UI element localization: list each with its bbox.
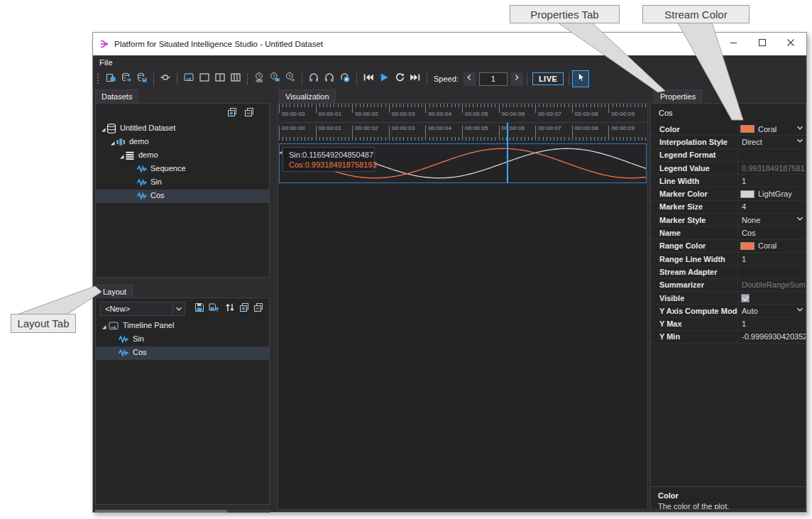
toolbar-grip[interactable]	[97, 73, 99, 84]
toolbar-button-video-camera[interactable]	[158, 71, 173, 87]
tree-item-demo[interactable]: demo	[96, 149, 269, 163]
toolbar-button-play-pause[interactable]	[376, 71, 392, 87]
tree-item-sin[interactable]: Sin	[96, 176, 269, 190]
speed-increase-button[interactable]	[511, 72, 523, 86]
speed-input[interactable]: 1	[479, 72, 508, 86]
speed-decrease-button[interactable]	[463, 72, 476, 86]
timeline-ruler-top[interactable]: 00:00:0000:00:0100:00:0200:00:0300:00:04…	[279, 104, 647, 123]
property-label: Range Color	[651, 240, 737, 252]
toolbar-button-repeat[interactable]	[392, 71, 407, 87]
horizontal-scrollbar[interactable]	[94, 510, 270, 513]
property-value-text: 1	[742, 177, 746, 185]
property-value-stream-adapter[interactable]	[737, 266, 806, 278]
tree-item-demo[interactable]: demo	[96, 136, 269, 149]
expand-all-button[interactable]	[237, 302, 251, 315]
properties-header: Cos	[659, 109, 673, 117]
tab-visualization[interactable]: Visualization	[279, 89, 336, 103]
tab-datasets[interactable]: Datasets	[95, 89, 138, 103]
dropdown-button[interactable]	[794, 124, 805, 134]
ruler-major-tick	[608, 126, 609, 141]
live-button[interactable]: LIVE	[532, 72, 564, 85]
chevron-down-icon[interactable]	[172, 302, 185, 315]
tree-item-untitled-dataset[interactable]: Untitled Dataset	[96, 122, 269, 136]
property-row-marker-style: Marker StyleNone	[651, 214, 806, 226]
ruler-label: 00:00:02	[355, 125, 378, 131]
property-value-range-color[interactable]: Coral	[737, 240, 806, 252]
tree-item-cos[interactable]: Cos	[96, 346, 269, 360]
dropdown-button[interactable]	[794, 214, 805, 225]
toolbar-button-selection-time[interactable]	[282, 71, 298, 87]
toolbar-button-insert-2d-panel[interactable]	[197, 71, 212, 87]
tab-properties[interactable]: Properties	[654, 89, 702, 103]
tree-item-timeline-panel[interactable]: Timeline Panel	[96, 319, 269, 333]
description-splitter[interactable]	[651, 486, 806, 487]
toolbar-button-insert-timeline-panel[interactable]	[181, 71, 197, 87]
ruler-label: 00:00:09	[611, 111, 635, 117]
menu-file[interactable]: File	[93, 58, 119, 67]
toolbar-button-clear-selection[interactable]	[337, 71, 353, 87]
dropdown-button[interactable]	[794, 136, 805, 147]
toolbar-button-session-time[interactable]	[267, 71, 282, 87]
property-value-summarizer[interactable]: DoubleRangeSum...	[737, 279, 806, 291]
color-swatch	[740, 125, 755, 133]
toolbar-button-insert-2col-panel[interactable]	[212, 71, 228, 87]
insert-2d-panel-icon	[199, 72, 210, 86]
maximize-button[interactable]	[748, 33, 777, 55]
toolbar-button-open-store[interactable]	[119, 71, 134, 87]
property-value-line-width[interactable]: 1	[737, 175, 806, 187]
property-value-legend-value[interactable]: 0.9931849187581...	[737, 162, 806, 174]
toolbar-button-move-to-end[interactable]	[407, 71, 423, 87]
property-value-color[interactable]: Coral	[737, 123, 806, 135]
scrollbar-thumb[interactable]	[95, 510, 227, 513]
property-value-y-min[interactable]: -0.99969304203520	[737, 331, 806, 343]
timeline-cursor[interactable]	[507, 123, 508, 183]
toolbar-button-selection-start[interactable]	[306, 71, 322, 87]
reorder-panels-button[interactable]	[223, 302, 237, 315]
ruler-major-tick	[535, 126, 536, 141]
property-value-marker-size[interactable]: 4	[737, 201, 806, 213]
svg-text:ABS: ABS	[256, 80, 263, 83]
toolbar-button-insert-3col-panel[interactable]	[228, 71, 243, 87]
timeline-ruler-bottom[interactable]: 00:00:0000:00:0100:00:0200:00:0300:00:04…	[279, 123, 647, 141]
ruler-major-tick	[462, 104, 463, 113]
title-bar[interactable]: Platform for Situated Intelligence Studi…	[93, 33, 806, 55]
visible-checkbox[interactable]	[741, 294, 750, 302]
toolbar-button-move-to-start[interactable]	[361, 71, 376, 87]
timeline-plot[interactable]: Sin:0.116549204850487Cos:0.9931849187581…	[279, 143, 647, 183]
property-value-text: 4	[742, 202, 746, 211]
collapse-all-button[interactable]	[251, 302, 265, 315]
toolbar-button-open-dataset[interactable]	[103, 71, 119, 87]
expand-all-button[interactable]	[225, 106, 239, 120]
cursor-mode-button[interactable]	[573, 71, 588, 87]
toolbar-button-absolute-time[interactable]: ABS	[251, 71, 267, 87]
toolbar-button-selection-end[interactable]	[322, 71, 337, 87]
property-label: Interpolation Style	[651, 136, 737, 148]
property-value-legend-format[interactable]	[737, 149, 806, 161]
property-row-marker-size: Marker Size4	[651, 201, 806, 214]
save-layout-as-button[interactable]	[207, 302, 221, 315]
property-value-marker-color[interactable]: LightGray	[737, 187, 806, 200]
property-value-marker-style[interactable]: None	[737, 214, 806, 226]
collapse-all-button[interactable]	[242, 106, 256, 120]
expander-icon[interactable]	[99, 322, 107, 330]
property-value-name[interactable]: Cos	[737, 226, 806, 239]
toolbar-button-save-store[interactable]	[134, 71, 150, 87]
property-value-visible[interactable]	[737, 292, 806, 304]
datasets-tree: Untitled DatasetdemodemoSequenceSinCos	[96, 122, 269, 264]
close-button[interactable]	[777, 33, 805, 55]
dropdown-button[interactable]	[794, 305, 805, 316]
layout-select[interactable]: <New>	[100, 302, 185, 316]
minimize-button[interactable]	[720, 33, 748, 55]
property-value-y-axis-compute-mode[interactable]: Auto	[737, 305, 806, 317]
save-layout-button[interactable]	[192, 302, 207, 315]
property-value-range-line-width[interactable]: 1	[737, 253, 806, 265]
property-row-legend-value: Legend Value0.9931849187581...	[651, 162, 806, 175]
selection-start-icon	[308, 72, 319, 86]
tab-layout[interactable]: Layout	[97, 285, 133, 298]
timeline-panel-icon	[108, 320, 119, 332]
tree-item-sequence[interactable]: Sequence	[96, 163, 269, 176]
tree-item-sin[interactable]: Sin	[96, 333, 269, 346]
property-value-interpolation-style[interactable]: Direct	[737, 136, 806, 148]
tree-item-cos[interactable]: Cos	[96, 190, 269, 203]
property-value-y-max[interactable]: 1	[737, 317, 806, 329]
